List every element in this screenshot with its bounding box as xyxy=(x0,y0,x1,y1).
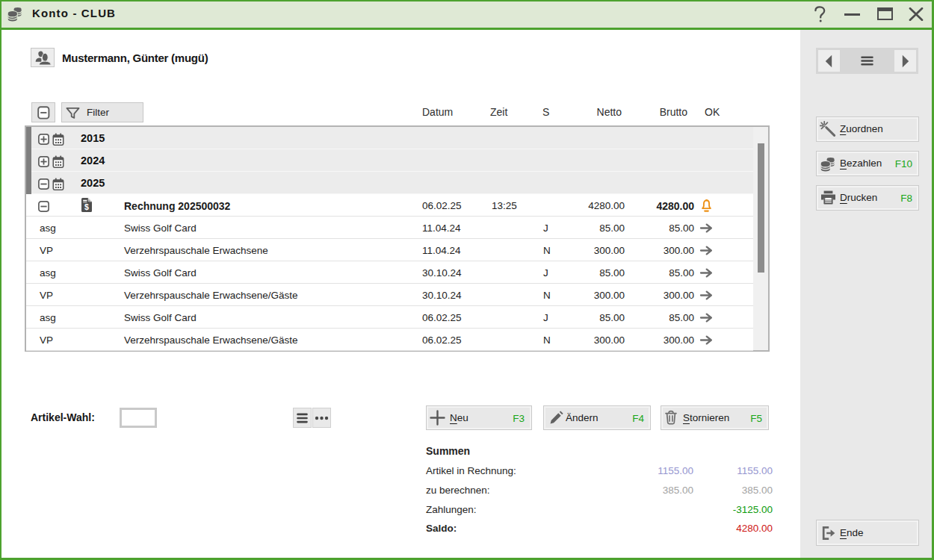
svg-text:$: $ xyxy=(84,202,89,211)
